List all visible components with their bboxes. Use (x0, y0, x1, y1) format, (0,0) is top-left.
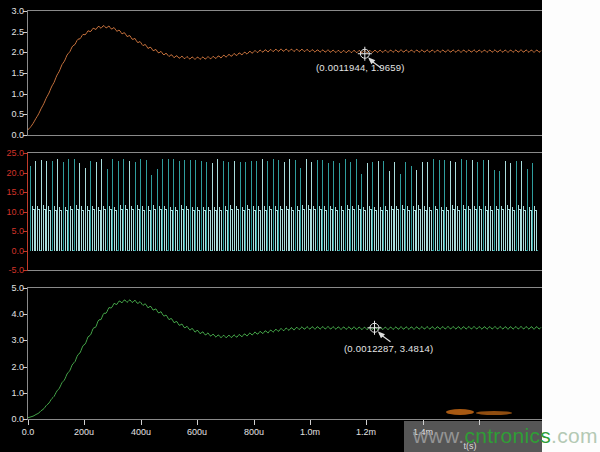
watermark-name: cntronics (464, 424, 551, 447)
y-tick-label: 2.5 (0, 27, 24, 37)
watermark-www: www. (413, 424, 464, 447)
orange-mark-right (476, 411, 512, 415)
simulation-scope-screen: 3.02.52.01.51.00.50.025.020.015.010.05.0… (0, 0, 600, 452)
y-tick-label: 0.5 (0, 109, 24, 119)
y-tick-label: 1.0 (0, 89, 24, 99)
watermark-com: .com (551, 424, 598, 447)
y-tick-label: 3.0 (0, 335, 24, 345)
y-tick-label: 5.0 (0, 226, 24, 236)
x-tick-mark (366, 420, 367, 425)
orange-mark-left (446, 409, 474, 415)
x-tick-label: 400u (119, 427, 163, 437)
y-tick-label: 2.0 (0, 362, 24, 372)
x-tick-mark (141, 420, 142, 425)
x-tick-mark (197, 420, 198, 425)
y-tick-label: 0.0 (0, 130, 24, 140)
cursor-readout-bottom: (0.0012287, 3.4814) (344, 343, 433, 354)
x-tick-label: 800u (232, 427, 276, 437)
y-tick-label: 1.5 (0, 68, 24, 78)
y-tick-label: 4.0 (0, 309, 24, 319)
x-tick-mark (254, 420, 255, 425)
x-tick-mark (28, 420, 29, 425)
x-tick-mark (310, 420, 311, 425)
x-tick-label: 1.0m (288, 427, 332, 437)
x-tick-label: 1.2m (344, 427, 388, 437)
x-tick-label: 600u (175, 427, 219, 437)
x-tick-label: 0.0 (6, 427, 50, 437)
waveform-canvas (0, 0, 600, 452)
y-tick-label: 15.0 (0, 187, 24, 197)
x-tick-mark (84, 420, 85, 425)
cursor-readout-top: (0.0011944, 1.9659) (316, 62, 405, 73)
y-tick-label: 1.0 (0, 388, 24, 398)
x-tick-label: 200u (62, 427, 106, 437)
y-tick-label: 20.0 (0, 168, 24, 178)
y-tick-label: 25.0 (0, 148, 24, 158)
y-tick-label: 2.0 (0, 47, 24, 57)
y-tick-label: 0.0 (0, 414, 24, 424)
watermark-text: www.cntronics.com (413, 425, 598, 447)
y-tick-label: 0.0 (0, 246, 24, 256)
y-tick-label: 10.0 (0, 207, 24, 217)
y-tick-label: -5.0 (0, 265, 24, 275)
y-tick-label: 3.0 (0, 6, 24, 16)
y-tick-label: 5.0 (0, 283, 24, 293)
